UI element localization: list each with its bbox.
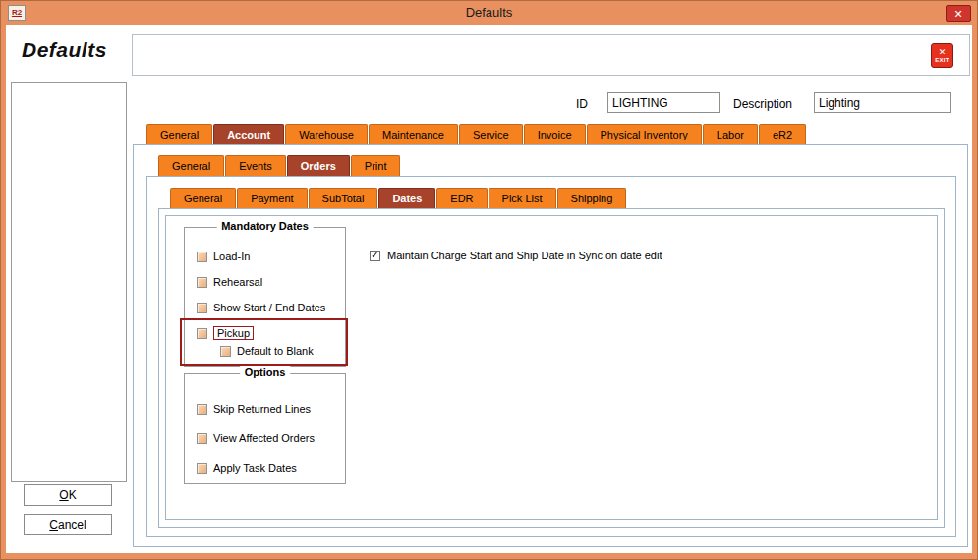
show-start-end-label: Show Start / End Dates	[213, 302, 325, 313]
tab-l2-print[interactable]: Print	[351, 155, 401, 176]
maintain-sync-label: Maintain Charge Start and Ship Date in S…	[387, 250, 662, 261]
close-button[interactable]: ✕	[946, 5, 971, 22]
apply-task-dates-label: Apply Task Dates	[213, 462, 297, 474]
checkbox-row-apply-task-dates[interactable]: Apply Task Dates	[197, 461, 297, 475]
id-label: ID	[576, 97, 588, 111]
tab-l2-events[interactable]: Events	[225, 155, 286, 176]
exit-x-icon: ✕	[939, 48, 947, 57]
tab-l3-dates[interactable]: Dates	[378, 188, 435, 208]
tab-l2-general[interactable]: General	[158, 155, 224, 176]
rehearsal-checkbox	[197, 277, 207, 288]
exit-button[interactable]: ✕ EXIT	[931, 43, 953, 68]
checkbox-row-load-in[interactable]: Load-In	[197, 250, 250, 263]
tab-l3-shipping[interactable]: Shipping	[557, 188, 627, 208]
maintain-sync-checkbox: ✓	[370, 251, 380, 261]
cancel-button[interactable]: Cancel	[24, 514, 112, 535]
checkbox-row-show-start-end[interactable]: Show Start / End Dates	[197, 301, 325, 314]
tab-l1-invoice[interactable]: Invoice	[524, 124, 586, 144]
checkbox-row-view-affected-orders[interactable]: View Affected Orders	[197, 431, 315, 445]
window-title: Defaults	[1, 5, 977, 20]
view-affected-orders-checkbox	[197, 433, 207, 444]
exit-button-label: EXIT	[935, 57, 949, 63]
cancel-button-label: Cancel	[49, 518, 86, 532]
toolbar-strip: ✕ EXIT	[132, 34, 970, 76]
tab-l1-warehouse[interactable]: Warehouse	[285, 124, 368, 144]
tab-l1-labor[interactable]: Labor	[703, 124, 758, 144]
tab-l3-pick-list[interactable]: Pick List	[489, 188, 556, 208]
tab-l1-general[interactable]: General	[146, 124, 212, 144]
options-group: Options Skip Returned Lines View Affecte…	[184, 373, 346, 484]
mandatory-dates-title: Mandatory Dates	[216, 220, 314, 232]
pickup-checkbox	[197, 328, 207, 339]
tab-l3-edr[interactable]: EDR	[436, 188, 487, 208]
view-affected-orders-label: View Affected Orders	[213, 432, 315, 444]
tab-l3-payment[interactable]: Payment	[237, 188, 307, 208]
checkbox-row-skip-returned-lines[interactable]: Skip Returned Lines	[197, 402, 311, 416]
checkbox-row-rehearsal[interactable]: Rehearsal	[197, 275, 262, 289]
apply-task-dates-checkbox	[197, 463, 207, 474]
check-icon: ✓	[371, 251, 378, 260]
tab-l2-orders[interactable]: Orders	[287, 155, 350, 176]
default-to-blank-label: Default to Blank	[237, 345, 314, 357]
show-start-end-checkbox	[197, 303, 207, 313]
description-label: Description	[733, 97, 792, 111]
skip-returned-lines-label: Skip Returned Lines	[213, 403, 311, 415]
page-title: Defaults	[22, 38, 107, 62]
mandatory-dates-group: Mandatory Dates Load-In Rehearsal Show S…	[184, 227, 346, 367]
tabs-level1: General Account Warehouse Maintenance Se…	[146, 124, 807, 144]
titlebar[interactable]: R2 Defaults ✕	[1, 1, 977, 25]
tab-l3-subtotal[interactable]: SubTotal	[309, 188, 378, 208]
defaults-list[interactable]	[11, 82, 127, 482]
checkbox-row-default-to-blank[interactable]: Default to Blank	[220, 344, 314, 358]
tab-l1-physical-inventory[interactable]: Physical Inventory	[587, 124, 702, 144]
checkbox-row-pickup[interactable]: Pickup	[197, 326, 254, 340]
tab-l1-er2[interactable]: eR2	[759, 124, 806, 144]
id-field[interactable]	[607, 92, 720, 113]
checkbox-row-maintain-sync[interactable]: ✓ Maintain Charge Start and Ship Date in…	[370, 250, 662, 261]
load-in-checkbox	[197, 252, 207, 262]
load-in-label: Load-In	[213, 251, 250, 262]
tab-l1-account[interactable]: Account	[213, 124, 284, 144]
default-to-blank-checkbox	[220, 346, 231, 357]
pickup-label: Pickup	[213, 326, 254, 340]
tab-l1-service[interactable]: Service	[459, 124, 523, 144]
tab-l3-general[interactable]: General	[170, 188, 236, 208]
tabs-level3: General Payment SubTotal Dates EDR Pick …	[170, 188, 627, 208]
ok-button[interactable]: OK	[24, 484, 112, 506]
window-body: Defaults OK Cancel ✕ EXIT ID Description…	[6, 25, 972, 553]
defaults-window: R2 Defaults ✕ Defaults OK Cancel ✕ EXIT …	[0, 0, 978, 560]
ok-button-label: OK	[59, 488, 76, 502]
rehearsal-label: Rehearsal	[213, 276, 262, 288]
tab-l1-maintenance[interactable]: Maintenance	[369, 124, 458, 144]
tabs-level2: General Events Orders Print	[158, 155, 401, 176]
skip-returned-lines-checkbox	[197, 404, 207, 415]
options-title: Options	[240, 366, 291, 378]
description-field[interactable]	[814, 92, 951, 113]
